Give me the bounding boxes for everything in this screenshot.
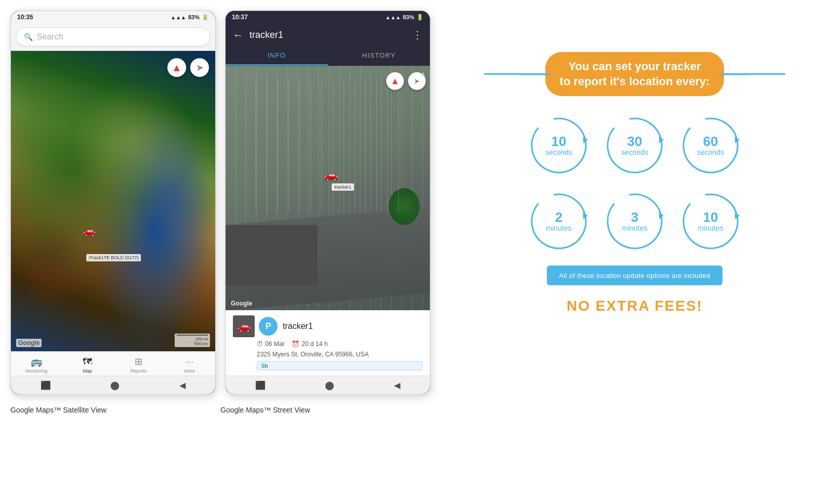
phone1-time: 10:35 [17,14,33,21]
caption-phone1: Google Maps™ Satellite View [10,405,211,415]
circle-10m: 10 minutes [679,190,742,253]
recents-system-btn[interactable]: ◀ [179,380,186,390]
infographic-container: You can set your tracker to report it's … [484,52,785,314]
map-terrain [11,51,215,351]
tab-history[interactable]: HISTORY [328,46,430,65]
circle-2m: 2 minutes [527,190,590,253]
search-icon: 🔍 [24,33,33,41]
tracker-info-panel: 🚗 P tracker1 ⏱ 06 Mar ⏰ 20 d 14 h [226,310,430,376]
search-input-placeholder[interactable]: Search [37,32,63,42]
circle-2m-svg [527,190,590,253]
circle-60s: 60 seconds [679,114,742,177]
circle-10m-svg [679,190,742,253]
circle-30s: 30 seconds [603,114,666,177]
search-bar-inner[interactable]: 🔍 Search [16,28,210,46]
phone2-frame: 10:37 ▲▲▲ 83% 🔋 ← tracker1 ⋮ INFO HISTOR… [225,10,430,395]
home-system-btn[interactable]: ⬤ [110,380,120,390]
tracker-badge: 5h [257,361,423,370]
nav-map-label: Map [83,368,93,374]
map-marker: 🚗 [83,224,96,237]
back-system-btn[interactable]: ⬛ [41,380,51,390]
car-marker2: 🚗 [324,168,338,182]
tab-bar: INFO HISTORY [226,46,430,66]
circle-3m-svg [603,190,666,253]
reports-icon: ⊞ [135,356,142,367]
circle-3m: 3 minutes [603,190,666,253]
tab-info[interactable]: INFO [226,46,328,65]
duration-icon: ⏰ [292,340,299,348]
google-logo-phone1: Google [16,339,42,347]
search-bar: 🔍 Search [11,23,215,51]
building-overlay [226,225,318,286]
circles-row-2: 2 minutes 3 minutes [527,190,742,253]
satellite-detail-map[interactable]: 🚗 tracker1 ▲ ➤ Google ∧ [226,66,430,310]
home-system-btn2[interactable]: ⬤ [325,380,334,390]
tracker-info-row1: 🚗 P tracker1 [233,315,423,337]
more-icon: ··· [186,356,193,367]
nav-monitoring[interactable]: 🚌 Monitoring [21,356,52,374]
tracker-label-map: tracker1 [332,183,354,191]
caption-phone2-text: Google Maps™ Street View [220,406,310,414]
map-device-label: iTrack1TE BOLD (0177) [86,254,140,261]
more-options-button[interactable]: ⋮ [412,29,423,41]
circle-10s-svg [527,114,590,177]
svg-point-6 [528,190,590,253]
svg-point-8 [603,190,666,253]
phone1-frame: 10:35 ▲▲▲ 83% 🔋 🔍 Search ▲ ➤ 🚗 [10,10,216,395]
phone2-time: 10:37 [232,14,248,21]
included-box: All of these location update options are… [547,266,723,285]
phone2-status-right: ▲▲▲ 83% 🔋 [385,14,424,21]
captions-row: Google Maps™ Satellite View Google Maps™… [0,400,431,415]
recents-system-btn2[interactable]: ◀ [394,380,400,390]
phone1-signal: ▲▲▲ [170,15,186,20]
phone1-battery: 83% [188,14,200,20]
phone2-header: ← tracker1 ⋮ [226,23,430,46]
map-scale: 200 mi500 km [175,334,210,347]
right-panel: You can set your tracker to report it's … [440,10,830,395]
meta-date: ⏱ 06 Mar [257,340,284,348]
svg-point-2 [603,114,666,177]
compass-button2[interactable]: ▲ [386,72,404,90]
headline-line2: to report it's location every: [560,74,710,89]
compass-button[interactable]: ▲ [167,58,186,77]
bottom-nav: 🚌 Monitoring 🗺 Map ⊞ Reports ··· More [11,351,215,376]
no-fees-label: NO EXTRA FEES! [567,298,703,314]
phone1-status-bar: 10:35 ▲▲▲ 83% 🔋 [11,11,215,23]
phone1-battery-icon: 🔋 [202,14,209,21]
system-nav: ⬛ ⬤ ◀ [11,376,215,394]
nav-more-label: More [185,368,195,374]
back-system-btn2[interactable]: ⬛ [255,380,266,390]
tracker-meta: ⏱ 06 Mar ⏰ 20 d 14 h [257,340,423,348]
back-button[interactable]: ← [233,29,243,41]
circles-row-1: 10 seconds 30 seconds [527,114,742,177]
nav-reports-label: Reports [130,368,147,374]
phone2-battery-icon: 🔋 [416,14,424,21]
tracker-name: tracker1 [283,322,313,331]
meta-duration: ⏰ 20 d 14 h [292,340,327,348]
tracker-address: 2325 Myers St, Oroville, CA 95966, USA [257,351,423,358]
nav-monitoring-label: Monitoring [25,368,47,374]
nav-map[interactable]: 🗺 Map [72,356,103,374]
nav-more[interactable]: ··· More [174,356,205,374]
included-text: All of these location update options are… [559,272,711,280]
caption-phone2: Google Maps™ Street View [220,405,421,415]
phone2-status-bar: 10:37 ▲▲▲ 83% 🔋 [226,11,430,23]
satellite-map[interactable]: ▲ ➤ 🚗 iTrack1TE BOLD (0177) Google 200 m… [11,51,215,351]
system-nav-phone2: ⬛ ⬤ ◀ [226,376,430,394]
headline-line1: You can set your tracker [560,59,710,74]
phone2-signal: ▲▲▲ [385,15,401,20]
navigate-button[interactable]: ➤ [190,58,209,77]
scroll-indicator: ∧ [421,70,426,78]
tracker-title: tracker1 [250,30,406,41]
phone1-status-right: ▲▲▲ 83% 🔋 [170,14,209,21]
phone2-battery: 83% [403,14,414,20]
headline-box: You can set your tracker to report it's … [545,52,725,96]
nav-reports[interactable]: ⊞ Reports [123,356,154,374]
google-logo-phone2: Google [231,300,252,307]
circle-30s-svg [603,114,666,177]
date-icon: ⏱ [257,340,263,348]
svg-point-10 [679,190,742,253]
svg-point-0 [528,114,590,177]
circle-10s: 10 seconds [527,114,590,177]
circle-60s-svg [679,114,742,177]
